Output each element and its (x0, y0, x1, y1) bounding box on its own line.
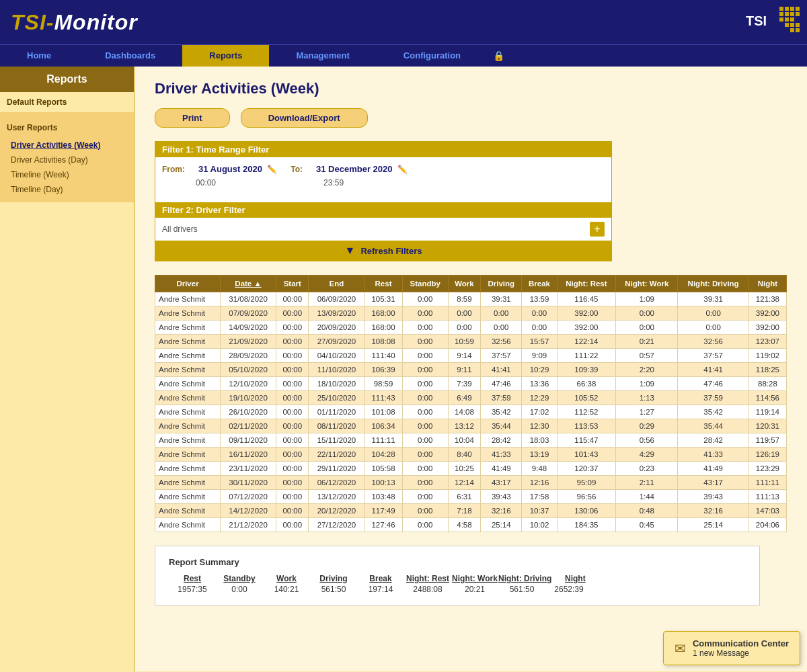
svg-rect-14 (796, 23, 800, 27)
summary-col-header: Night: Rest (404, 574, 451, 583)
svg-rect-3 (790, 7, 794, 11)
filter1-to-date-group: 31 December 2020 ✏️ (316, 164, 408, 174)
sidebar-item-driver-activities-day[interactable]: Driver Activities (Day) (0, 153, 134, 167)
refresh-label: Refresh Filters (360, 246, 422, 256)
col-start[interactable]: Start (276, 276, 309, 292)
col-night-driving[interactable]: Night: Driving (678, 276, 749, 292)
col-driver[interactable]: Driver (155, 276, 221, 292)
filter1-to-date: 31 December 2020 (316, 164, 392, 174)
svg-rect-18 (779, 23, 783, 27)
svg-rect-13 (790, 23, 794, 27)
sidebar-item-timeline-day[interactable]: Timeline (Day) (0, 182, 134, 197)
filter1-from-edit-icon[interactable]: ✏️ (267, 165, 277, 174)
col-night-work[interactable]: Night: Work (616, 276, 678, 292)
nav-configuration[interactable]: Configuration (377, 45, 488, 67)
svg-rect-10 (785, 17, 789, 22)
col-rest[interactable]: Rest (364, 276, 402, 292)
table-row: Andre Schmit21/09/202000:0027/09/2020108… (155, 335, 787, 349)
print-button[interactable]: Print (155, 108, 230, 128)
filter1-from-date: 31 August 2020 (198, 164, 262, 174)
title-part1: TSI- (11, 10, 54, 34)
comm-title: Communication Center (693, 638, 789, 648)
filter2-header: Filter 2: Driver Filter (155, 202, 611, 218)
table-row: Andre Schmit21/12/202000:0027/12/2020127… (155, 518, 787, 532)
filter1-time-row: 00:00 23:59 (162, 178, 605, 187)
summary-values: 1957:350:00140:21561:50197:142488:0820:2… (169, 585, 746, 594)
svg-rect-1 (779, 7, 783, 11)
summary-col-value: 2652:39 (545, 585, 592, 594)
sidebar-item-timeline-week[interactable]: Timeline (Week) (0, 167, 134, 182)
svg-text:TSI: TSI (746, 13, 767, 28)
table-row: Andre Schmit30/11/202000:0006/12/2020100… (155, 476, 787, 490)
summary-col-header: Standby (216, 574, 263, 583)
svg-rect-15 (790, 28, 794, 32)
download-button[interactable]: Download/Export (241, 108, 368, 128)
filter1-row: From: 31 August 2020 ✏️ To: 31 December … (162, 164, 605, 174)
envelope-icon: ✉ (675, 640, 686, 657)
svg-rect-11 (790, 17, 794, 22)
summary-col-value: 140:21 (263, 585, 310, 594)
table-row: Andre Schmit05/10/202000:0011/10/2020106… (155, 363, 787, 377)
communication-center[interactable]: ✉ Communication Center 1 new Message (663, 631, 800, 665)
sidebar-reports-header: Reports (0, 67, 134, 92)
summary-title: Report Summary (169, 557, 746, 567)
svg-rect-16 (796, 28, 800, 32)
action-buttons: Print Download/Export (155, 108, 787, 128)
summary-headers: RestStandbyWorkDrivingBreakNight: RestNi… (169, 574, 746, 585)
nav-home[interactable]: Home (0, 45, 78, 67)
summary-col-value: 561:50 (310, 585, 357, 594)
summary-col-header: Driving (310, 574, 357, 583)
table-row: Andre Schmit19/10/202000:0025/10/2020111… (155, 391, 787, 405)
summary-col-header: Night: Work (451, 574, 498, 583)
filter2-body: All drivers + (155, 218, 611, 241)
col-driving[interactable]: Driving (481, 276, 522, 292)
svg-rect-20 (785, 28, 789, 32)
col-night-rest[interactable]: Night: Rest (557, 276, 616, 292)
filter1-body: From: 31 August 2020 ✏️ To: 31 December … (155, 157, 611, 198)
summary-col-header: Work (263, 574, 310, 583)
table-row: Andre Schmit07/09/202000:0013/09/2020168… (155, 306, 787, 321)
refresh-filters-row[interactable]: ▼ Refresh Filters (155, 241, 611, 261)
nav-reports[interactable]: Reports (182, 45, 269, 67)
nav-management[interactable]: Management (269, 45, 376, 67)
summary-col-value: 1957:35 (169, 585, 216, 594)
summary-col-value: 561:50 (498, 585, 545, 594)
table-row: Andre Schmit02/11/202000:0008/11/2020106… (155, 419, 787, 433)
filter1-to-label: To: (291, 165, 303, 174)
summary-col-value: 0:00 (216, 585, 263, 594)
sidebar-user-reports-label: User Reports (0, 118, 134, 138)
svg-rect-17 (796, 17, 800, 22)
filter1-to-time: 23:59 (323, 178, 344, 187)
filter2-value: All drivers (162, 224, 198, 234)
filter2-add-button[interactable]: + (590, 222, 605, 237)
svg-rect-2 (785, 7, 789, 11)
table-header-row: Driver Date ▲ Start End Rest Standby Wor… (155, 276, 787, 292)
svg-rect-7 (790, 12, 794, 16)
filter1-to-edit-icon[interactable]: ✏️ (397, 165, 408, 174)
col-work[interactable]: Work (448, 276, 480, 292)
nav-dashboards[interactable]: Dashboards (78, 45, 182, 67)
table-row: Andre Schmit09/11/202000:0015/11/2020111… (155, 433, 787, 448)
main-nav: Home Dashboards Reports Management Confi… (0, 44, 807, 67)
table-row: Andre Schmit31/08/202000:0006/09/2020105… (155, 292, 787, 306)
summary-col-header: Night (551, 574, 599, 583)
svg-rect-4 (796, 7, 800, 11)
col-date[interactable]: Date ▲ (221, 276, 276, 292)
filter1-from-date-group: 31 August 2020 ✏️ (198, 164, 277, 174)
col-end[interactable]: End (309, 276, 364, 292)
col-night[interactable]: Night (748, 276, 786, 292)
sidebar-item-driver-activities-week[interactable]: Driver Activities (Week) (0, 138, 134, 153)
table-row: Andre Schmit14/09/202000:0020/09/2020168… (155, 321, 787, 335)
svg-rect-8 (796, 12, 800, 16)
col-standby[interactable]: Standby (402, 276, 448, 292)
svg-rect-19 (779, 28, 783, 32)
page-layout: Reports Default Reports User Reports Dri… (0, 67, 807, 671)
app-title: TSI-Monitor (11, 10, 138, 35)
summary-col-value: 197:14 (357, 585, 404, 594)
col-break[interactable]: Break (522, 276, 557, 292)
table-row: Andre Schmit28/09/202000:0004/10/2020111… (155, 349, 787, 363)
comm-message: 1 new Message (693, 648, 789, 658)
sidebar-default-reports-label: Default Reports (0, 92, 134, 112)
filter-box: Filter 1: Time Range Filter From: 31 Aug… (155, 141, 612, 261)
table-row: Andre Schmit07/12/202000:0013/12/2020103… (155, 490, 787, 504)
